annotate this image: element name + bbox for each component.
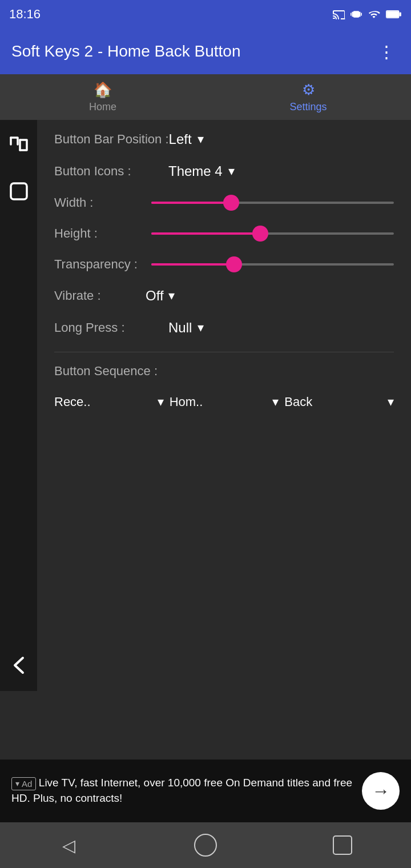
- sequence-back-arrow-icon: ▾: [388, 395, 394, 409]
- long-press-dropdown[interactable]: Null ▾: [168, 320, 204, 336]
- ad-text: Live TV, fast Internet, over 10,000 free…: [11, 777, 352, 804]
- ad-arrow-icon: →: [372, 781, 390, 802]
- vibrate-label: Vibrate :: [54, 288, 146, 303]
- battery-icon: [386, 9, 402, 19]
- button-sequence-row: Rece.. ▾ Hom.. ▾ Back ▾: [54, 392, 394, 412]
- sequence-recent-arrow-icon: ▾: [158, 395, 164, 409]
- long-press-arrow-icon: ▾: [198, 320, 204, 335]
- button-bar-position-arrow-icon: ▾: [198, 132, 204, 147]
- status-icons: [332, 9, 402, 20]
- sequence-home-value: Hom..: [170, 395, 203, 409]
- content-area: Button Bar Position : Left ▾ Button Icon…: [0, 120, 411, 691]
- sidebar-home-icon: [5, 177, 33, 206]
- sequence-home-dropdown[interactable]: Hom.. ▾: [170, 392, 279, 412]
- width-slider[interactable]: [151, 197, 394, 208]
- sidebar-recent-icon: [5, 131, 33, 160]
- long-press-row: Long Press : Null ▾: [54, 320, 394, 336]
- button-icons-value: Theme 4: [168, 163, 223, 179]
- button-icons-arrow-icon: ▾: [228, 164, 235, 179]
- more-options-button[interactable]: ⋮: [373, 37, 400, 66]
- height-fill: [151, 232, 260, 235]
- divider: [54, 352, 394, 352]
- main-body: Button Bar Position : Left ▾ Button Icon…: [0, 120, 411, 868]
- status-time: 18:16: [9, 7, 41, 22]
- sequence-back-value: Back: [284, 395, 312, 409]
- sequence-home-arrow-icon: ▾: [272, 395, 279, 409]
- width-row: Width :: [54, 195, 394, 210]
- width-fill: [151, 202, 231, 204]
- width-thumb[interactable]: [223, 195, 239, 211]
- ad-label: ▾ Ad: [11, 777, 36, 790]
- transparency-fill: [151, 263, 234, 266]
- transparency-label: Transparency :: [54, 257, 151, 272]
- sequence-recent-dropdown[interactable]: Rece.. ▾: [54, 392, 164, 412]
- settings-tab-label: Settings: [289, 101, 327, 113]
- sidebar-back-icon: [5, 651, 33, 680]
- svg-rect-2: [386, 11, 398, 18]
- width-track: [151, 202, 394, 204]
- tab-settings[interactable]: ⚙ Settings: [206, 75, 411, 119]
- button-icons-label: Button Icons :: [54, 164, 168, 179]
- button-bar-position-value: Left: [169, 131, 192, 147]
- settings-tab-icon: ⚙: [302, 81, 315, 99]
- tab-home[interactable]: 🏠 Home: [0, 75, 206, 119]
- svg-rect-5: [11, 183, 27, 199]
- vibrate-icon: [350, 9, 362, 20]
- height-row: Height :: [54, 226, 394, 241]
- bottom-nav: ◁: [0, 822, 411, 868]
- height-thumb[interactable]: [252, 226, 268, 242]
- vibrate-arrow-icon: ▾: [168, 288, 175, 303]
- ad-text-area: ▾ Ad Live TV, fast Internet, over 10,000…: [11, 775, 353, 806]
- home-tab-label: Home: [89, 101, 116, 113]
- home-tab-icon: 🏠: [94, 81, 112, 99]
- settings-panel: Button Bar Position : Left ▾ Button Icon…: [37, 120, 411, 691]
- tab-bar: 🏠 Home ⚙ Settings: [0, 74, 411, 120]
- app-title: Soft Keys 2 - Home Back Button: [11, 42, 241, 61]
- width-label: Width :: [54, 195, 151, 210]
- button-bar-position-row: Button Bar Position : Left ▾: [54, 131, 394, 147]
- transparency-slider[interactable]: [151, 259, 394, 270]
- cast-icon: [332, 9, 346, 19]
- transparency-thumb[interactable]: [226, 256, 242, 272]
- nav-back-icon: ◁: [62, 835, 75, 855]
- button-sequence-label: Button Sequence :: [54, 364, 394, 379]
- height-slider[interactable]: [151, 228, 394, 239]
- nav-home-button[interactable]: [188, 828, 223, 862]
- app-bar: Soft Keys 2 - Home Back Button ⋮: [0, 29, 411, 74]
- button-icons-dropdown[interactable]: Theme 4 ▾: [168, 163, 235, 179]
- button-icons-row: Button Icons : Theme 4 ▾: [54, 163, 394, 179]
- long-press-value: Null: [168, 320, 192, 336]
- button-bar-position-label: Button Bar Position :: [54, 132, 169, 147]
- button-bar-position-dropdown[interactable]: Left ▾: [169, 131, 204, 147]
- sequence-recent-value: Rece..: [54, 395, 91, 409]
- sequence-back-dropdown[interactable]: Back ▾: [284, 392, 394, 412]
- nav-recents-button[interactable]: [325, 828, 360, 862]
- svg-rect-3: [399, 13, 401, 17]
- wifi-icon: [366, 9, 381, 20]
- ad-cta-button[interactable]: →: [362, 772, 400, 810]
- status-bar: 18:16: [0, 0, 411, 29]
- vibrate-value: Off: [146, 288, 164, 304]
- ad-chevron-icon: ▾: [15, 779, 19, 788]
- nav-home-icon: [194, 834, 217, 857]
- ad-banner: ▾ Ad Live TV, fast Internet, over 10,000…: [0, 760, 411, 822]
- vibrate-row: Vibrate : Off ▾: [54, 288, 394, 304]
- nav-recents-icon: [333, 835, 352, 855]
- transparency-track: [151, 263, 394, 266]
- long-press-label: Long Press :: [54, 320, 168, 335]
- height-label: Height :: [54, 226, 151, 241]
- vibrate-dropdown[interactable]: Off ▾: [146, 288, 175, 304]
- transparency-row: Transparency :: [54, 257, 394, 272]
- sidebar-preview: [0, 120, 37, 691]
- nav-back-button[interactable]: ◁: [51, 828, 86, 862]
- height-track: [151, 232, 394, 235]
